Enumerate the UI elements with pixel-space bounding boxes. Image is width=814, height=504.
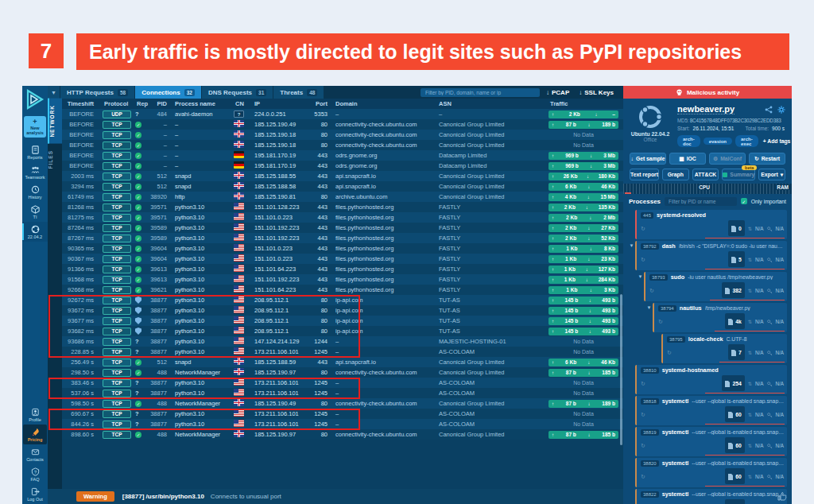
table-row[interactable]: 598.50 sTCP✓488NetworkManager185.125.190… (62, 398, 623, 409)
sidebar-item-faq[interactable]: ? FAQ (22, 464, 48, 484)
table-row[interactable]: 93672 msTCP38877python3.10208.95.112.180… (62, 305, 623, 316)
table-row[interactable]: 93686 msTCP?38877python3.10147.124.214.1… (62, 336, 623, 347)
table-row[interactable]: 228.85 sTCP?38877python3.10173.211.106.1… (62, 347, 623, 357)
sidebar-item-reports[interactable]: Reports (22, 142, 48, 162)
process-row[interactable]: 38822systemctl--user --global is-enabled… (628, 489, 787, 504)
process-card[interactable]: 38822systemctl--user --global is-enabled… (635, 489, 787, 504)
table-row[interactable]: 90365 msTCP✓39604python3.10151.101.0.223… (62, 243, 623, 254)
table-row[interactable]: 690.67 sTCP?38877python3.10173.211.106.1… (62, 409, 623, 419)
table-row[interactable]: 92668 msTCP✓39621python3.10151.101.64.22… (62, 285, 623, 295)
table-row[interactable]: 87267 msTCP✓39589python3.10151.101.192.2… (62, 233, 623, 243)
expand-arrow-icon[interactable]: ▼ (628, 241, 635, 270)
process-row[interactable]: 38810systemd-hostnamed↻254⇅N/AN/A (628, 365, 787, 394)
table-row[interactable]: BEFORETCP✓––185.125.190.1880connectivity… (62, 140, 623, 150)
text-report-button[interactable]: Text report (630, 169, 659, 180)
add-tags-button[interactable]: + Add tags (763, 138, 791, 144)
sidebar-item-logout[interactable]: Log Out (22, 484, 48, 504)
table-row[interactable]: 898.60 sTCP✓488NetworkManager185.125.190… (62, 429, 623, 440)
thumbs-up-icon[interactable] (777, 491, 787, 501)
process-card[interactable]: 38819systemctl--user --global is-enabled… (635, 427, 787, 456)
att&ck-button[interactable]: ATT&CK (692, 169, 719, 180)
process-row[interactable]: ▼38793sudo-iu user nautilus /tmp/newbeav… (628, 272, 787, 301)
table-row[interactable]: 93682 msTCP38877python3.10208.95.112.180… (62, 326, 623, 336)
process-card[interactable]: 38820systemctl--user --global is-enabled… (635, 458, 787, 487)
process-card[interactable]: 38794nautilus/tmp/newbeaver.py↻4k⇅N/AN/A (653, 303, 787, 332)
table-row[interactable]: BEFORETCP✓––195.181.170.19443odrs.gnome.… (62, 150, 623, 161)
files-counter[interactable]: 254 (722, 375, 744, 391)
table-row[interactable]: 93677 msTCP38877python3.10208.95.112.180… (62, 316, 623, 326)
sidebar-item-history[interactable]: History (22, 182, 48, 202)
sidebar-item-teamwork[interactable]: Teamwork (22, 162, 48, 182)
tab-files[interactable]: FILES (48, 144, 62, 175)
ssl-keys-download-button[interactable]: ↓SSL Keys (579, 89, 614, 96)
table-row[interactable]: 90367 msTCP✓39604python3.10151.101.0.223… (62, 254, 623, 264)
files-counter[interactable]: 7 (728, 344, 745, 360)
table-row[interactable]: 537.06 sTCP?38877python3.10173.211.106.1… (62, 388, 623, 398)
restart-button[interactable]: ↻Restart (749, 153, 785, 165)
network-tab-connections[interactable]: Connections32 (135, 86, 202, 99)
files-counter[interactable]: 60 (725, 499, 745, 504)
network-tab-threats[interactable]: Threats48 (273, 86, 324, 99)
process-card[interactable]: 38795locale-checkC.UTF-8↻7⇅N/AN/A (661, 334, 787, 363)
network-filter-input[interactable] (421, 88, 540, 97)
table-row[interactable]: 2003 msTCP✓512snapd185.125.188.55443api.… (62, 171, 623, 181)
table-row[interactable]: 92672 msTCP38877python3.10208.95.112.180… (62, 295, 623, 305)
table-row[interactable]: 3294 msTCP✓512snapd185.125.188.58443api.… (62, 181, 623, 192)
table-row[interactable]: 844.26 sTCP?38877python3.10173.211.106.1… (62, 419, 623, 429)
process-row[interactable]: ▼38792dash/bin/sh -c "DISPLAY=:0 sudo -i… (628, 241, 787, 270)
network-tab-http-requests[interactable]: HTTP Requests58 (60, 86, 135, 99)
files-counter[interactable]: 4k (725, 313, 745, 329)
tag-evasion[interactable]: evasion (704, 138, 732, 145)
get-sample-button[interactable]: ↓Get sample (630, 153, 666, 165)
files-counter[interactable]: 382 (722, 282, 744, 298)
process-card[interactable]: 38818systemctl--user --global is-enabled… (635, 396, 787, 425)
sidebar-item-new-analysis[interactable]: + New analysis (24, 116, 46, 138)
table-row[interactable]: BEFORETCP✓––195.181.170.19443odrs.gnome.… (62, 161, 623, 171)
share-icon[interactable] (765, 106, 773, 114)
tab-network[interactable]: NETWORK (48, 99, 62, 144)
sidebar-item-ti[interactable]: TI (22, 202, 48, 222)
sidebar-item-os-version[interactable]: 22.04.2 (22, 222, 48, 242)
files-counter[interactable]: 60 (725, 437, 745, 453)
files-counter[interactable]: 60 (725, 406, 745, 422)
process-row[interactable]: 445systemd-resolved↻0⇅N/AN/A (628, 210, 787, 239)
pcap-download-button[interactable]: ↓PCAP (546, 89, 569, 96)
process-row[interactable]: 38818systemctl--user --global is-enabled… (628, 396, 787, 425)
table-row[interactable]: 256.49 sTCP✓512snapd185.125.188.59443api… (62, 357, 623, 367)
table-row[interactable]: BEFORETCP✓––185.125.190.4980connectivity… (62, 119, 623, 130)
table-row[interactable]: 91568 msTCP✓39613python3.10151.101.192.2… (62, 274, 623, 285)
files-counter[interactable]: 5 (728, 251, 745, 267)
table-row[interactable]: 298.50 sTCP✓488NetworkManager185.125.190… (62, 367, 623, 378)
files-counter[interactable]: 60 (725, 468, 745, 484)
sidebar-item-profile[interactable]: Profile (22, 405, 48, 425)
sidebar-item-contacts[interactable]: Contacts (22, 444, 48, 464)
table-row[interactable]: BEFORETCP✓––185.125.190.1880connectivity… (62, 130, 623, 140)
table-row[interactable]: 61749 msTCP✓38920http185.125.190.8180arc… (62, 192, 623, 202)
table-row[interactable]: BEFOREUDP?484avahi-daemon?224.0.0.251535… (62, 109, 623, 119)
files-counter[interactable]: 0 (728, 220, 745, 236)
process-card[interactable]: 38793sudo-iu user nautilus /tmp/newbeave… (644, 272, 787, 301)
table-row[interactable]: 87264 msTCP✓39589python3.10151.101.192.2… (62, 223, 623, 233)
graph-button[interactable]: Graph (662, 169, 689, 180)
tag-arch-doc[interactable]: arch-doc (677, 135, 700, 147)
ioc-button[interactable]: ▦IOC (669, 153, 706, 165)
process-card[interactable]: 38792dash/bin/sh -c "DISPLAY=:0 sudo -iu… (635, 241, 787, 270)
expand-arrow-icon[interactable]: ▼ (645, 303, 653, 332)
table-row[interactable]: 81275 msTCP✓39571python3.10151.101.0.223… (62, 212, 623, 223)
table-row[interactable]: 91366 msTCP✓39613python3.10151.101.64.22… (62, 264, 623, 274)
threat-statusbar[interactable]: Warning [38877] /usr/bin/python3.10 Conn… (48, 489, 623, 504)
process-card[interactable]: 445systemd-resolved↻0⇅N/AN/A (635, 210, 787, 239)
tag-arch-exec[interactable]: arch-exec (735, 135, 758, 147)
process-row[interactable]: 38820systemctl--user --global is-enabled… (628, 458, 787, 487)
table-row[interactable]: 81268 msTCP✓39571python3.10151.101.128.2… (62, 202, 623, 212)
expand-arrow-icon[interactable]: ▼ (637, 272, 644, 301)
table-scrollbar[interactable] (620, 294, 622, 445)
gear-icon[interactable] (777, 106, 785, 114)
sidebar-item-pricing[interactable]: Pricing (23, 425, 47, 444)
process-row[interactable]: 38819systemctl--user --global is-enabled… (628, 427, 787, 456)
sample-file-name[interactable]: newbeaver.py (677, 104, 735, 114)
network-tab-dns-requests[interactable]: DNS Requests31 (202, 86, 273, 99)
process-card[interactable]: 38810systemd-hostnamed↻254⇅N/AN/A (635, 365, 787, 394)
process-row[interactable]: ▼38794nautilus/tmp/newbeaver.py↻4k⇅N/AN/… (628, 303, 787, 332)
process-filter-input[interactable] (665, 197, 737, 206)
